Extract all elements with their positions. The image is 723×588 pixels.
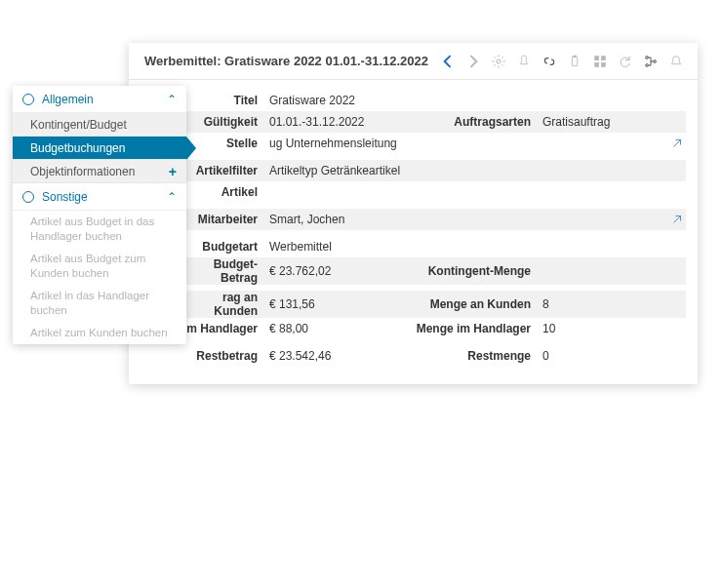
value-budgetart: Werbemittel — [265, 238, 686, 255]
label-budgetbetrag: Budget-Betrag — [178, 257, 265, 285]
sidebar-item-label: Kontingent/Budget — [30, 118, 127, 132]
value-kontingentmenge — [539, 269, 636, 273]
radio-icon — [22, 94, 34, 105]
label-menge-im-handlager: Menge im Handlager — [412, 322, 539, 335]
header: Werbemittel: Gratisware 2022 01.01.-31.1… — [129, 43, 698, 80]
label-auftragsarten: Auftragsarten — [412, 115, 539, 129]
value-betrag-an-kunden: € 131,56 — [265, 295, 412, 313]
sidebar-group-label: Allgemein — [42, 93, 94, 106]
label-kontingentmenge: Kontingent-Menge — [412, 264, 539, 278]
radio-icon — [22, 191, 34, 203]
svg-rect-1 — [572, 57, 577, 65]
value-titel: Gratisware 2022 — [265, 92, 686, 109]
sidebar-item-objektinfo[interactable]: Objektinformationen + — [13, 160, 186, 183]
label-titel: Titel — [178, 94, 265, 107]
svg-rect-3 — [595, 56, 599, 59]
toolbar — [436, 50, 688, 73]
svg-rect-5 — [595, 62, 599, 66]
tree-icon[interactable] — [639, 50, 663, 73]
lookup-mitarbeiter-icon[interactable] — [668, 214, 686, 225]
sidebar-disabled-item: Artikel aus Budget zum Kunden buchen — [13, 248, 186, 285]
svg-point-8 — [646, 63, 649, 66]
sidebar-group-label: Sonstige — [42, 190, 88, 204]
value-auftragsarten: Gratisauftrag — [539, 113, 636, 131]
sidebar-group-allgemein[interactable]: Allgemein ⌃ — [13, 86, 186, 113]
label-artikelfilter: Artikelfilter — [178, 164, 265, 177]
nav-forward-icon — [462, 50, 485, 73]
label-mitarbeiter: Mitarbeiter — [178, 213, 265, 226]
sidebar-item-label: Objektinformationen — [30, 165, 135, 178]
label-betrag-im-handlager: im Handlager — [178, 322, 265, 335]
sidebar-item-budgetbuchungen[interactable]: Budgetbuchungen — [13, 137, 186, 160]
pin-icon[interactable] — [512, 50, 536, 73]
label-budgetart: Budgetart — [178, 240, 265, 254]
link-icon[interactable] — [538, 50, 561, 73]
svg-point-9 — [654, 59, 657, 62]
label-restbetrag: Restbetrag — [178, 349, 265, 363]
gear-icon[interactable] — [487, 50, 510, 73]
label-betrag-an-kunden: rag an Kunden — [178, 291, 265, 318]
refresh-icon[interactable] — [614, 50, 637, 73]
sidebar-group-sonstige[interactable]: Sonstige ⌃ — [13, 183, 186, 211]
value-budgetbetrag: € 23.762,02 — [265, 262, 412, 280]
svg-rect-2 — [574, 56, 577, 57]
svg-rect-4 — [601, 56, 605, 59]
value-restmenge: 0 — [539, 347, 636, 365]
value-artikelfilter: Artikeltyp Getränkeartikel — [265, 162, 686, 179]
label-gueltigkeit: Gültigkeit — [178, 115, 265, 129]
label-restmenge: Restmenge — [412, 349, 539, 363]
sidebar-disabled-item: Artikel zum Kunden buchen — [13, 322, 186, 344]
chevron-up-icon: ⌃ — [167, 190, 177, 204]
value-mitarbeiter: Smart, Jochen — [265, 211, 668, 228]
battery-icon[interactable] — [563, 50, 586, 73]
svg-rect-6 — [601, 62, 605, 66]
value-restbetrag: € 23.542,46 — [265, 347, 412, 365]
lookup-stelle-icon[interactable] — [668, 137, 686, 149]
plus-icon[interactable]: + — [169, 164, 177, 179]
form-content: Titel Gratisware 2022 Gültigkeit 01.01.-… — [129, 80, 698, 376]
svg-point-7 — [646, 56, 649, 59]
svg-point-0 — [497, 59, 501, 63]
label-menge-an-kunden: Menge an Kunden — [412, 297, 539, 311]
value-menge-an-kunden: 8 — [539, 295, 636, 313]
value-stelle: ug Unternehmensleitung — [265, 135, 668, 152]
label-artikel: Artikel — [178, 185, 265, 199]
sidebar: Allgemein ⌃ Kontingent/Budget Budgetbuch… — [13, 86, 186, 344]
nav-back-icon[interactable] — [436, 50, 460, 73]
sidebar-disabled-item: Artikel in das Handlager buchen — [13, 285, 186, 322]
sidebar-item-kontingent[interactable]: Kontingent/Budget — [13, 113, 186, 137]
value-gueltigkeit: 01.01.-31.12.2022 — [265, 113, 412, 131]
page-title: Werbemittel: Gratisware 2022 01.01.-31.1… — [144, 54, 428, 68]
value-menge-im-handlager: 10 — [539, 320, 636, 337]
bell-icon[interactable] — [664, 50, 688, 73]
chevron-up-icon: ⌃ — [167, 93, 177, 106]
grid-icon[interactable] — [588, 50, 612, 73]
value-artikel — [265, 190, 686, 194]
value-betrag-im-handlager: € 88,00 — [265, 320, 412, 337]
sidebar-item-label: Budgetbuchungen — [30, 141, 125, 155]
sidebar-disabled-item: Artikel aus Budget in das Handlager buch… — [13, 211, 186, 248]
detail-panel: Werbemittel: Gratisware 2022 01.01.-31.1… — [129, 43, 698, 384]
